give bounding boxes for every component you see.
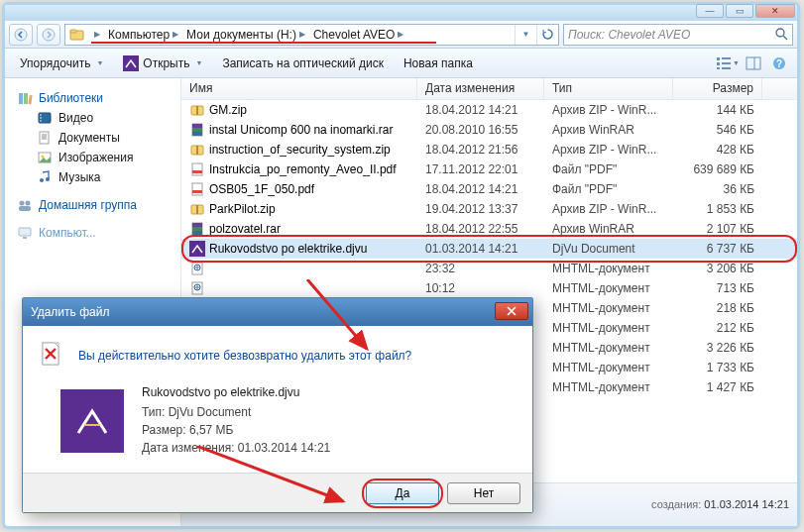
help-button[interactable]: ?	[767, 53, 791, 74]
sidebar-item-music[interactable]: Музыка	[17, 167, 176, 187]
file-row[interactable]: 10:12MHTML-документ713 КБ	[181, 278, 797, 298]
search-input[interactable]: Поиск: Chevolet AVEO	[563, 24, 793, 46]
window-titlebar[interactable]: ― ▭ ✕	[5, 5, 797, 21]
file-type: DjVu Document	[544, 242, 673, 256]
sidebar-homegroup[interactable]: Домашняя группа	[17, 195, 176, 215]
sidebar-item-documents[interactable]: Документы	[17, 128, 176, 148]
nav-back-button[interactable]	[9, 24, 33, 46]
file-type: MHTML-документ	[544, 380, 673, 394]
file-type: Архив WinRAR	[544, 222, 673, 236]
computer-icon	[17, 225, 33, 241]
music-icon	[37, 169, 53, 185]
maximize-button[interactable]: ▭	[726, 4, 753, 18]
file-size: 144 КБ	[673, 103, 762, 117]
dialog-no-button[interactable]: Нет	[447, 482, 520, 504]
column-headers: Имя Дата изменения Тип Размер	[181, 78, 797, 100]
dialog-titlebar[interactable]: Удалить файл	[23, 298, 532, 326]
file-row[interactable]: GM.zip18.04.2012 14:21Архив ZIP - WinR..…	[181, 100, 797, 120]
mht-icon	[189, 280, 205, 296]
svg-rect-72	[70, 399, 114, 443]
file-name: ParkPilot.zip	[209, 202, 276, 216]
rar-icon	[189, 221, 205, 237]
dropdown-button[interactable]: ▼	[515, 25, 536, 45]
open-button[interactable]: Открыть▼	[114, 52, 211, 75]
help-icon: ?	[772, 56, 786, 70]
file-type: MHTML-документ	[544, 361, 673, 374]
dialog-yes-button[interactable]: Да	[366, 482, 439, 504]
file-date: 18.04.2012 21:56	[417, 143, 544, 157]
burn-button[interactable]: Записать на оптический диск	[213, 53, 393, 74]
svg-point-33	[20, 201, 25, 206]
svg-rect-19	[28, 95, 32, 104]
svg-point-32	[46, 177, 50, 181]
refresh-button[interactable]	[536, 25, 558, 45]
file-name: instruction_of_security_system.zip	[209, 143, 391, 157]
file-date: 18.04.2012 14:21	[417, 103, 544, 117]
file-row[interactable]: 23:32MHTML-документ3 206 КБ	[181, 259, 797, 278]
file-row[interactable]: Instrukcia_po_remonty_Aveo_II.pdf17.11.2…	[181, 160, 797, 179]
new-folder-button[interactable]: Новая папка	[395, 53, 482, 74]
file-type: Архив WinRAR	[544, 123, 673, 137]
file-row[interactable]: instal Unicomp 600 na inomarki.rar20.08.…	[181, 120, 797, 140]
file-row[interactable]: instruction_of_security_system.zip18.04.…	[181, 140, 797, 160]
svg-rect-6	[123, 55, 139, 71]
zip-icon	[189, 201, 205, 217]
file-type: Файл "PDF"	[544, 182, 673, 196]
svg-rect-49	[192, 190, 202, 193]
svg-rect-11	[722, 62, 731, 64]
file-date: 23:32	[417, 262, 544, 275]
file-date: 18.04.2012 22:55	[417, 222, 544, 236]
file-type: Архив ZIP - WinR...	[544, 143, 673, 157]
svg-rect-53	[192, 223, 202, 227]
organize-button[interactable]: Упорядочить▼	[11, 53, 112, 74]
breadcrumb-bar[interactable]: ▶ Компьютер▶ Мои документы (H:)▶ Chevole…	[64, 24, 559, 46]
svg-point-1	[43, 29, 55, 41]
minimize-button[interactable]: ―	[696, 4, 724, 18]
column-type[interactable]: Тип	[544, 78, 673, 99]
nav-forward-button[interactable]	[37, 24, 60, 46]
file-name: OSB05_1F_050.pdf	[209, 182, 314, 196]
file-row[interactable]: polzovatel.rar18.04.2012 22:55Архив WinR…	[181, 219, 797, 239]
column-size[interactable]: Размер	[673, 78, 762, 99]
column-date[interactable]: Дата изменения	[417, 78, 544, 99]
svg-rect-56	[189, 241, 205, 257]
column-name[interactable]: Имя	[181, 78, 417, 99]
svg-rect-43	[192, 132, 202, 136]
close-icon	[507, 306, 517, 316]
svg-rect-13	[747, 57, 760, 69]
file-type: MHTML-документ	[544, 341, 673, 355]
file-size: 428 КБ	[673, 143, 762, 157]
svg-point-24	[40, 120, 42, 122]
file-delete-icon	[37, 340, 68, 372]
svg-rect-18	[24, 93, 28, 104]
svg-rect-41	[192, 124, 202, 128]
svg-rect-42	[192, 128, 202, 132]
file-size: 546 КБ	[673, 123, 762, 137]
svg-point-23	[40, 117, 42, 119]
svg-point-0	[15, 29, 27, 41]
file-row[interactable]: OSB05_1F_050.pdf18.04.2012 14:21Файл "PD…	[181, 179, 797, 199]
svg-rect-54	[192, 227, 202, 231]
zip-icon	[189, 142, 205, 158]
file-type: MHTML-документ	[544, 321, 673, 335]
view-options-button[interactable]: ▼	[716, 53, 740, 74]
preview-pane-button[interactable]	[742, 53, 765, 74]
sidebar-libraries[interactable]: Библиотеки	[17, 88, 176, 108]
svg-rect-51	[196, 205, 198, 214]
file-name: instal Unicomp 600 na inomarki.rar	[209, 123, 393, 137]
window-close-button[interactable]: ✕	[755, 4, 795, 18]
sidebar-computer[interactable]: Компьют...	[17, 223, 176, 243]
file-row[interactable]: ParkPilot.zip19.04.2012 13:37Архив ZIP -…	[181, 199, 797, 219]
refresh-icon	[541, 28, 554, 41]
file-row[interactable]: Rukovodstvo po elektrike.djvu01.03.2014 …	[181, 239, 797, 259]
pdf-icon	[189, 181, 205, 197]
sidebar-item-video[interactable]: Видео	[17, 108, 176, 128]
sidebar-item-pictures[interactable]: Изображения	[17, 148, 176, 167]
svg-rect-10	[722, 57, 731, 59]
video-icon	[37, 110, 53, 126]
file-size: 1 427 КБ	[673, 380, 762, 394]
svg-rect-37	[23, 237, 27, 239]
dialog-close-button[interactable]	[495, 302, 528, 320]
arrow-right-icon	[42, 28, 56, 42]
svg-point-31	[40, 178, 44, 182]
